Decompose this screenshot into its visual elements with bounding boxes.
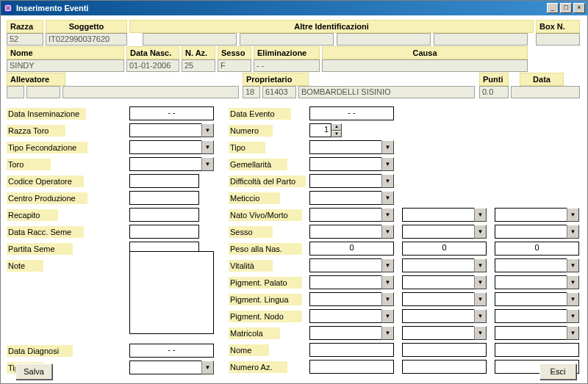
- pignodo-select-3[interactable]: ▼: [495, 309, 579, 323]
- vitalita-select-1[interactable]: ▼: [309, 258, 394, 272]
- pigpal-select-3[interactable]: ▼: [495, 275, 579, 289]
- peso-input-3[interactable]: 0: [495, 242, 579, 256]
- spinner-up-icon[interactable]: ▲: [331, 123, 342, 131]
- maximize-button[interactable]: □: [560, 3, 572, 13]
- peso-input-1[interactable]: 0: [309, 242, 394, 256]
- sesso-header: Sesso: [218, 46, 251, 59]
- nome-input-1[interactable]: [309, 343, 394, 357]
- pigling-label: Pigment. Lingua: [229, 294, 302, 305]
- matricola-label: Matricola: [229, 327, 280, 339]
- chevron-down-icon: ▼: [567, 275, 579, 289]
- vitalita-label: Vitalità: [229, 260, 273, 272]
- matricola-select-1[interactable]: ▼: [309, 326, 394, 340]
- pigling-select-1[interactable]: ▼: [309, 292, 394, 306]
- tipofec-label: Tipo Fecondazione: [7, 142, 87, 153]
- spinner-down-icon[interactable]: ▼: [331, 131, 342, 138]
- pignodo-select-1[interactable]: ▼: [309, 309, 394, 323]
- tipofec-select[interactable]: ▼: [129, 140, 214, 154]
- sesso-value: F: [218, 59, 251, 72]
- numeroaz-input-1[interactable]: [309, 360, 394, 374]
- prop-name: BOMBARDELLI SISINIO: [298, 86, 475, 98]
- nome-header: Nome: [7, 46, 124, 59]
- naz-value: 25: [182, 59, 215, 72]
- salva-button[interactable]: Salva: [15, 363, 52, 380]
- diff-label: Difficoltà del Parto: [229, 175, 306, 187]
- pigling-select-2[interactable]: ▼: [402, 292, 487, 306]
- form-content: Razza Soggetto Altre Identificazioni Box…: [1, 15, 587, 383]
- sesso-select-3[interactable]: ▼: [495, 225, 579, 239]
- chevron-down-icon: ▼: [474, 208, 487, 222]
- natovm-select-1[interactable]: ▼: [309, 208, 394, 222]
- chevron-down-icon: ▼: [201, 157, 214, 171]
- chevron-down-icon: ▼: [567, 208, 579, 222]
- numero-spinner[interactable]: 1 ▲▼: [309, 123, 342, 137]
- razza-header: Razza: [7, 20, 43, 33]
- box-value: [536, 33, 580, 46]
- chevron-down-icon: ▼: [567, 258, 579, 272]
- gemell-label: Gemellarità: [229, 159, 287, 170]
- minimize-button[interactable]: _: [547, 3, 559, 13]
- numeroaz-input-2[interactable]: [402, 360, 487, 374]
- allevatore-code1: [7, 86, 24, 98]
- pigling-select-3[interactable]: ▼: [495, 292, 579, 306]
- vitalita-select-3[interactable]: ▼: [495, 258, 579, 272]
- tipo-right-select[interactable]: ▼: [309, 140, 394, 154]
- peso-input-2[interactable]: 0: [402, 242, 487, 256]
- natovm-select-2[interactable]: ▼: [402, 208, 487, 222]
- prop-code1: 18: [243, 86, 260, 98]
- close-button[interactable]: ×: [573, 3, 585, 13]
- altre-2: [240, 33, 334, 46]
- allevatore-code2: [26, 86, 60, 98]
- codop-input[interactable]: [129, 174, 199, 188]
- chevron-down-icon: ▼: [381, 309, 394, 323]
- recapito-input[interactable]: [129, 208, 199, 222]
- razzatoro-select[interactable]: ▼: [129, 123, 214, 137]
- chevron-down-icon: ▼: [474, 225, 487, 239]
- sesso-select-1[interactable]: ▼: [309, 225, 394, 239]
- centroprod-input[interactable]: [129, 191, 199, 205]
- sesso-select-2[interactable]: ▼: [402, 225, 487, 239]
- datainsem-input[interactable]: - -: [129, 106, 214, 120]
- naz-header: N. Az.: [182, 46, 215, 59]
- chevron-down-icon: ▼: [201, 361, 214, 374]
- pigpal-select-2[interactable]: ▼: [402, 275, 487, 289]
- dataevento-input[interactable]: - -: [309, 106, 394, 120]
- natovm-select-3[interactable]: ▼: [495, 208, 579, 222]
- tipo-left-select[interactable]: ▼: [129, 361, 214, 374]
- pignodo-select-2[interactable]: ▼: [402, 309, 487, 323]
- dataracc-input[interactable]: [129, 225, 199, 239]
- meticcio-select[interactable]: ▼: [309, 191, 394, 205]
- diff-select[interactable]: ▼: [309, 174, 394, 188]
- esci-button[interactable]: Esci: [539, 363, 576, 380]
- meticcio-label: Meticcio: [229, 192, 280, 204]
- window-title: Inserimento Eventi: [16, 4, 547, 12]
- punti-value: 0.0: [479, 86, 509, 98]
- pignodo-label: Pigment. Nodo: [229, 311, 302, 322]
- matricola-select-2[interactable]: ▼: [402, 326, 487, 340]
- datadiag-input[interactable]: - -: [129, 344, 214, 358]
- nome-input-3[interactable]: [495, 343, 579, 357]
- natovm-label: Nato Vivo/Morto: [229, 209, 302, 221]
- numeroaz-label: Numero Az.: [229, 361, 287, 373]
- chevron-down-icon: ▼: [381, 258, 394, 272]
- razza-value: 52: [7, 33, 43, 46]
- gemell-select[interactable]: ▼: [309, 157, 394, 171]
- centroprod-label: Centro Produzione: [7, 192, 87, 204]
- chevron-down-icon: ▼: [381, 157, 394, 171]
- data-value: [511, 86, 580, 98]
- allevatore-name: [62, 86, 239, 98]
- chevron-down-icon: ▼: [381, 225, 394, 239]
- chevron-down-icon: ▼: [567, 292, 579, 306]
- note-textarea[interactable]: [129, 251, 214, 334]
- altre-1: [143, 33, 237, 46]
- numero-value[interactable]: 1: [309, 123, 331, 137]
- nome-input-2[interactable]: [402, 343, 487, 357]
- altre-4: [434, 33, 528, 46]
- datanasc-header: Data Nasc.: [126, 46, 179, 59]
- toro-select[interactable]: ▼: [129, 157, 214, 171]
- pigpal-select-1[interactable]: ▼: [309, 275, 394, 289]
- matricola-select-3[interactable]: ▼: [495, 326, 579, 340]
- causa-value: [322, 59, 528, 72]
- vitalita-select-2[interactable]: ▼: [402, 258, 487, 272]
- codop-label: Codice Operatore: [7, 175, 84, 187]
